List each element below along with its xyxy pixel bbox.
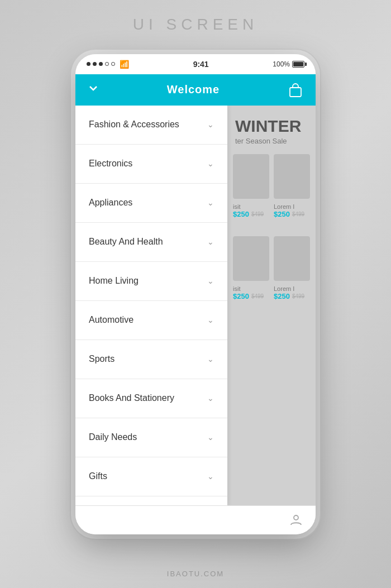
menu-label-sports: Sports <box>89 354 115 364</box>
profile-tab[interactable] <box>288 511 304 528</box>
bottom-bar <box>75 505 316 534</box>
right-panel: WINTER ter Season Sale isit $250 $499 <box>227 106 316 505</box>
product-card-3[interactable] <box>233 236 269 281</box>
menu-item-sports[interactable]: Sports ⌄ <box>75 340 227 379</box>
nav-title: Welcome <box>167 83 220 96</box>
battery-percent: 100% <box>273 60 290 68</box>
sale-subtitle: ter Season Sale <box>235 137 308 145</box>
menu-label-beauty: Beauty And Health <box>89 237 163 247</box>
status-bar: 📶 9:41 100% <box>75 54 316 74</box>
product-card-1[interactable] <box>233 154 269 199</box>
svg-rect-0 <box>290 88 301 97</box>
menu-item-automotive[interactable]: Automotive ⌄ <box>75 301 227 340</box>
product-original-2: $499 <box>251 293 264 299</box>
product-price-1: $250 <box>233 210 249 218</box>
menu-item-fashion[interactable]: Fashion & Accessories ⌄ <box>75 106 227 145</box>
product-price-2: $250 <box>233 292 249 300</box>
product-grid-top <box>227 150 316 203</box>
menu-chevron-beauty: ⌄ <box>207 237 214 246</box>
signal-dot-1 <box>87 62 90 66</box>
menu-item-beauty[interactable]: Beauty And Health ⌄ <box>75 223 227 262</box>
menu-label-automotive: Automotive <box>89 315 133 325</box>
product-visit-1: isit <box>233 203 269 210</box>
signal-area: 📶 <box>87 60 129 69</box>
product-original-1b: $499 <box>292 211 304 217</box>
product-price-1b: $250 <box>274 210 290 218</box>
product-card-4[interactable] <box>274 236 310 281</box>
signal-dot-5 <box>111 62 115 66</box>
battery-fill <box>293 62 303 66</box>
battery-area: 100% <box>273 60 304 68</box>
menu-item-appliances[interactable]: Appliances ⌄ <box>75 184 227 223</box>
menu-chevron-home: ⌄ <box>207 276 214 285</box>
menu-chevron-fashion: ⌄ <box>207 120 214 129</box>
page-wrapper: UI SCREEN IBAOTU.COM 📶 9:41 100% <box>0 0 391 588</box>
menu-chevron-gifts: ⌄ <box>207 472 214 481</box>
menu-label-daily: Daily Needs <box>89 432 137 442</box>
menu-panel: Fashion & Accessories ⌄ Electronics ⌄ Ap… <box>75 106 227 505</box>
battery-icon <box>292 61 304 68</box>
product-original-1: $499 <box>251 211 264 217</box>
menu-chevron-books: ⌄ <box>207 394 214 403</box>
product-label-1: Lorem I <box>274 203 310 210</box>
nav-chevron-button[interactable] <box>87 82 100 98</box>
sale-banner: WINTER ter Season Sale <box>227 106 316 150</box>
menu-item-daily[interactable]: Daily Needs ⌄ <box>75 418 227 457</box>
bag-button[interactable] <box>287 81 304 99</box>
nav-bar: Welcome <box>75 74 316 106</box>
menu-chevron-daily: ⌄ <box>207 433 214 442</box>
phone-frame: 📶 9:41 100% Welcome <box>75 54 316 534</box>
menu-chevron-appliances: ⌄ <box>207 198 214 207</box>
signal-dot-4 <box>105 62 109 66</box>
menu-label-electronics: Electronics <box>89 159 132 169</box>
menu-chevron-sports: ⌄ <box>207 355 214 364</box>
menu-item-books[interactable]: Books And Stationery ⌄ <box>75 379 227 418</box>
wifi-icon: 📶 <box>120 60 129 69</box>
product-visit-2: isit <box>233 285 269 292</box>
menu-chevron-electronics: ⌄ <box>207 159 214 168</box>
menu-label-gifts: Gifts <box>89 471 107 481</box>
product-grid-bottom <box>227 232 316 285</box>
watermark: IBAOTU.COM <box>167 570 224 578</box>
signal-dot-3 <box>99 62 103 66</box>
product-label-2: Lorem I <box>274 285 310 292</box>
sale-title: WINTER <box>235 117 308 136</box>
menu-label-home: Home Living <box>89 276 139 286</box>
svg-point-1 <box>294 515 298 520</box>
status-time: 9:41 <box>193 60 209 69</box>
menu-item-gifts[interactable]: Gifts ⌄ <box>75 457 227 496</box>
menu-chevron-automotive: ⌄ <box>207 315 214 324</box>
product-price-2b: $250 <box>274 292 290 300</box>
signal-dot-2 <box>93 62 97 66</box>
product-card-2[interactable] <box>274 154 310 199</box>
main-content: Fashion & Accessories ⌄ Electronics ⌄ Ap… <box>75 106 316 505</box>
menu-label-appliances: Appliances <box>89 198 132 208</box>
product-original-2b: $499 <box>292 293 304 299</box>
menu-item-electronics[interactable]: Electronics ⌄ <box>75 145 227 184</box>
spacer <box>227 221 316 232</box>
menu-label-books: Books And Stationery <box>89 393 174 403</box>
ui-screen-label: UI SCREEN <box>133 16 258 34</box>
menu-label-fashion: Fashion & Accessories <box>89 119 179 130</box>
menu-item-home[interactable]: Home Living ⌄ <box>75 262 227 301</box>
